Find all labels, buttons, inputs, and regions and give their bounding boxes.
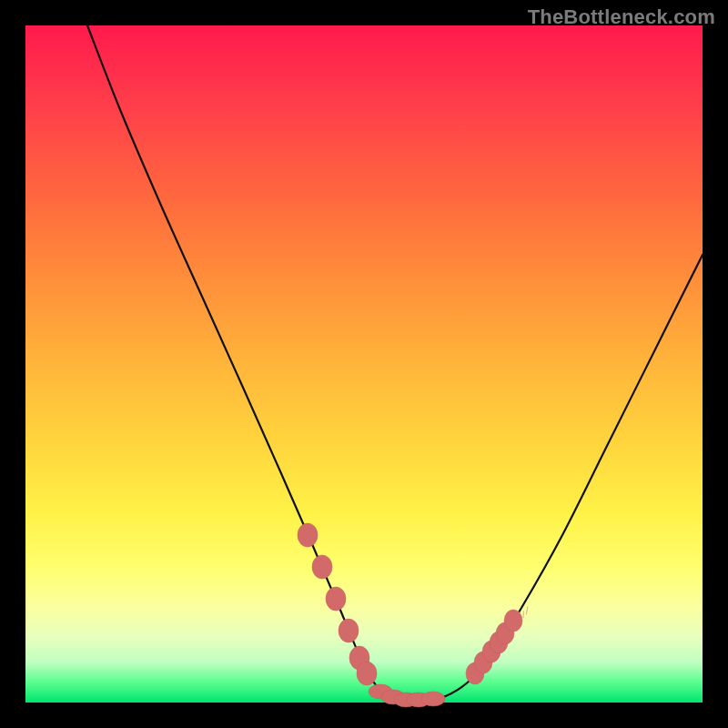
curve-marker bbox=[298, 523, 318, 547]
markers-left-arm bbox=[298, 523, 377, 685]
curve-marker bbox=[312, 555, 332, 579]
watermark-text: TheBottleneck.com bbox=[528, 5, 715, 29]
curve-marker bbox=[357, 662, 377, 685]
curve-marker bbox=[421, 692, 445, 706]
curve-marker bbox=[339, 619, 359, 642]
chart-plot-area bbox=[25, 25, 703, 703]
svg-line-17 bbox=[526, 606, 528, 614]
curve-marker bbox=[326, 587, 346, 611]
markers-floor bbox=[369, 684, 445, 707]
right-arm-fuzz bbox=[476, 606, 528, 673]
chart-svg bbox=[25, 25, 703, 703]
bottleneck-curve bbox=[87, 25, 703, 700]
markers-right-arm bbox=[466, 610, 522, 684]
